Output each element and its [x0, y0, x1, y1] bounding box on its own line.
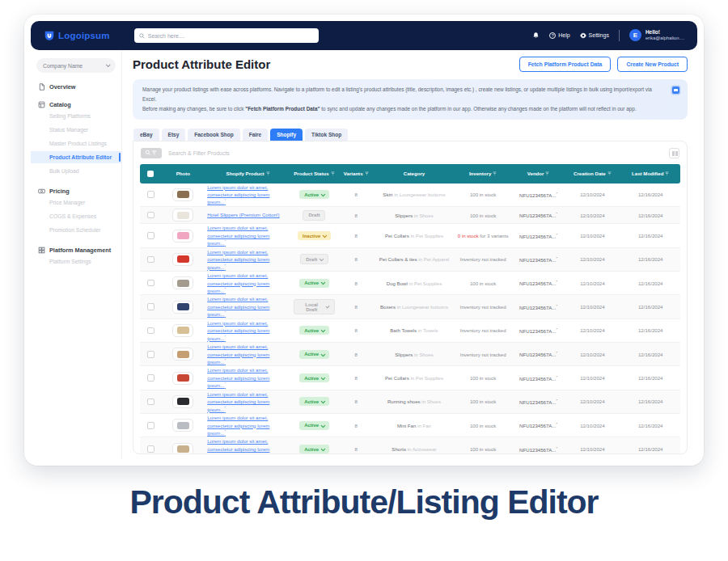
- status-badge[interactable]: Active: [299, 190, 329, 199]
- banner-collapse-icon[interactable]: [672, 86, 679, 94]
- tab-tiktok-shop[interactable]: Tiktok Shop: [305, 129, 348, 141]
- sidebar-item-pricing[interactable]: Pricing: [31, 188, 121, 195]
- tab-ebay[interactable]: eBay: [133, 129, 159, 141]
- settings-button[interactable]: Settings: [580, 32, 609, 39]
- row-checkbox[interactable]: [147, 327, 154, 335]
- row-checkbox[interactable]: [147, 212, 154, 219]
- status-badge[interactable]: Local Draft: [294, 299, 335, 314]
- column-header-vendor: Vendor: [513, 164, 564, 183]
- product-link[interactable]: Lorem ipsum dolor sit amet, consectetur …: [207, 295, 289, 318]
- cell-vendor: NFU1234567A...*: [513, 272, 564, 295]
- status-badge[interactable]: Inactive: [298, 231, 331, 240]
- row-checkbox[interactable]: [147, 374, 154, 382]
- vendor-name: NFU1234567A...*: [519, 447, 557, 453]
- help-icon: ?: [549, 32, 556, 39]
- product-link[interactable]: Hotel Slippers (Premium Cotton!): [207, 211, 289, 218]
- row-checkbox[interactable]: [147, 280, 154, 287]
- sidebar-section-label: Catalog: [49, 101, 71, 108]
- product-link[interactable]: Lorem ipsum dolor sit amet, consectetur …: [207, 390, 289, 413]
- tab-facebook-shop[interactable]: Facebook Shop: [188, 129, 239, 141]
- bell-icon[interactable]: [532, 32, 540, 40]
- row-checkbox[interactable]: [147, 191, 154, 198]
- sidebar-item-catalog[interactable]: Catalog: [31, 101, 121, 108]
- photo-swatch: [177, 232, 189, 239]
- sidebar-item-price-manager[interactable]: Price Manager: [31, 196, 121, 209]
- row-checkbox[interactable]: [147, 303, 154, 310]
- company-selector[interactable]: Company Name: [36, 58, 116, 73]
- row-checkbox[interactable]: [147, 399, 154, 406]
- navbar-search[interactable]: [134, 28, 319, 43]
- tab-faire[interactable]: Faire: [243, 129, 269, 141]
- cell-category: Skirt in Loungewear bottoms: [375, 183, 454, 207]
- row-checkbox[interactable]: [147, 256, 154, 264]
- create-new-product-button[interactable]: Create New Product: [617, 57, 688, 72]
- product-link[interactable]: Lorem ipsum dolor sit amet, consectetur …: [207, 272, 289, 294]
- product-link[interactable]: Lorem ipsum dolor sit amet, consectetur …: [207, 183, 289, 206]
- cell-last-modified: 12/16/2024: [620, 366, 680, 390]
- column-filter-icon[interactable]: [493, 171, 497, 175]
- column-filter-icon[interactable]: [331, 171, 335, 175]
- columns-icon[interactable]: [669, 148, 679, 158]
- filter-products-input[interactable]: [168, 150, 662, 156]
- row-checkbox[interactable]: [147, 232, 154, 239]
- user-email: erika@alphalion....: [645, 36, 684, 41]
- sidebar-section-platform-management: Platform ManagementPlatform Settings: [31, 247, 121, 268]
- cell-product: Lorem ipsum dolor sit amet, consectetur …: [205, 437, 291, 454]
- product-link[interactable]: Lorem ipsum dolor sit amet, consectetur …: [207, 437, 289, 454]
- row-checkbox[interactable]: [147, 422, 154, 429]
- sidebar-item-overview[interactable]: Overview: [31, 83, 121, 91]
- row-checkbox[interactable]: [147, 351, 154, 358]
- sidebar-item-platform-settings[interactable]: Platform Settings: [31, 255, 121, 268]
- status-badge[interactable]: Active: [299, 421, 329, 430]
- product-link[interactable]: Lorem ipsum dolor sit amet, consectetur …: [207, 343, 289, 365]
- tab-etsy[interactable]: Etsy: [162, 129, 186, 141]
- sidebar-item-platform-management[interactable]: Platform Management: [31, 247, 121, 254]
- column-header-creation-date: Creation Date: [564, 164, 620, 183]
- product-link[interactable]: Lorem ipsum dolor sit amet, consectetur …: [207, 248, 289, 271]
- column-filter-icon[interactable]: [365, 171, 369, 175]
- product-link[interactable]: Lorem ipsum dolor sit amet, consectetur …: [207, 414, 289, 437]
- sidebar-item-promotion-scheduler[interactable]: Promotion Scheduler: [31, 224, 121, 236]
- cell-category: Slippers in Shoes: [375, 206, 454, 224]
- user-menu[interactable]: E Hello! erika@alphalion....: [629, 29, 684, 41]
- status-badge[interactable]: Draft: [300, 254, 328, 264]
- pricing-icon: [38, 188, 45, 195]
- help-button[interactable]: ? Help: [549, 32, 569, 39]
- status-badge[interactable]: Active: [299, 326, 329, 335]
- sidebar-item-cogs-expenses[interactable]: COGS & Expenses: [31, 210, 121, 222]
- sidebar-item-bulk-upload[interactable]: Bulk Upload: [31, 165, 121, 177]
- sidebar-section-label: Pricing: [49, 188, 70, 195]
- column-filter-icon[interactable]: [266, 171, 270, 175]
- sidebar-item-master-product-listings[interactable]: Master Product Listings: [31, 137, 121, 150]
- product-link[interactable]: Lorem ipsum dolor sit amet, consectetur …: [207, 224, 289, 247]
- status-badge[interactable]: Draft: [303, 210, 325, 221]
- column-filter-icon[interactable]: [665, 171, 669, 175]
- fetch-platform-product-data-button[interactable]: Fetch Platform Product Data: [519, 57, 612, 72]
- column-filter-icon[interactable]: [607, 171, 612, 175]
- status-badge[interactable]: Active: [299, 373, 329, 382]
- status-badge[interactable]: Active: [299, 445, 329, 453]
- product-link[interactable]: Lorem ipsum dolor sit amet, consectetur …: [207, 366, 289, 389]
- cell-category: Shorts in Activewear: [375, 437, 454, 454]
- column-filter-icon[interactable]: [545, 171, 549, 175]
- search-filter-icon[interactable]: [141, 148, 162, 158]
- search-input[interactable]: [148, 33, 314, 39]
- info-banner: Manage your product listings with ease a…: [133, 79, 688, 120]
- tab-shopify[interactable]: Shopify: [270, 129, 303, 141]
- cell-product: Lorem ipsum dolor sit amet, consectetur …: [205, 414, 291, 437]
- cell-last-modified: 12/16/2024: [620, 295, 680, 318]
- help-label: Help: [558, 32, 569, 38]
- cell-creation-date: 12/10/2024: [564, 272, 620, 295]
- sidebar-item-product-attribute-editor[interactable]: Product Attribute Editor: [31, 151, 121, 163]
- column-header-label: Creation Date: [574, 171, 612, 177]
- status-badge[interactable]: Active: [299, 350, 329, 359]
- row-checkbox[interactable]: [147, 445, 154, 453]
- select-all-checkbox[interactable]: [147, 171, 154, 177]
- sidebar-item-status-manager[interactable]: Status Manager: [31, 124, 121, 136]
- status-badge[interactable]: Active: [299, 397, 329, 406]
- product-link[interactable]: Lorem ipsum dolor sit amet, consectetur …: [207, 319, 289, 342]
- sidebar-item-selling-platforms[interactable]: Selling Platforms: [31, 110, 121, 122]
- category-name: Boxers: [380, 304, 396, 310]
- status-badge[interactable]: Active: [299, 279, 329, 288]
- column-header-photo: Photo: [162, 164, 205, 183]
